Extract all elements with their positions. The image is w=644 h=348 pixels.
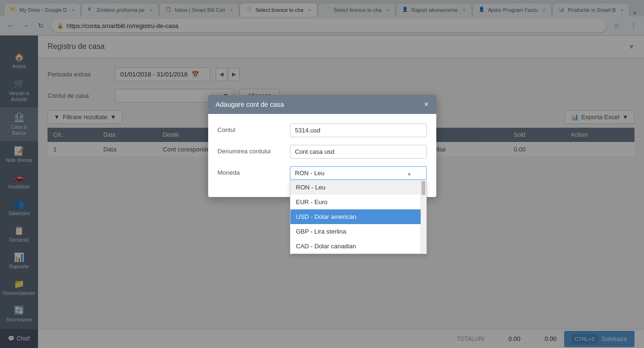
modal-contul-input[interactable] xyxy=(290,123,427,137)
modal-dialog: Adaugare cont de casa × Contul Denumirea… xyxy=(208,95,436,197)
modal-denumirea-field: Denumirea contului xyxy=(218,145,427,159)
moneda-select[interactable]: RON - Leu ▲ xyxy=(290,166,427,180)
modal-header: Adaugare cont de casa × xyxy=(208,95,436,114)
currency-option-eur[interactable]: EUR - Euro xyxy=(290,195,421,209)
moneda-select-wrapper: RON - Leu ▲ RON - Leu EUR - Euro USD - D… xyxy=(290,166,427,180)
moneda-selected-value: RON - Leu xyxy=(295,169,325,177)
modal-moneda-label: Moneda xyxy=(218,166,284,176)
dropdown-items: RON - Leu EUR - Euro USD - Dolar america… xyxy=(290,180,421,254)
modal-body: Contul Denumirea contului Moneda RON - L… xyxy=(208,114,436,197)
moneda-dropdown: RON - Leu EUR - Euro USD - Dolar america… xyxy=(290,180,427,254)
moneda-chevron-up: ▲ xyxy=(407,170,412,176)
modal-denumirea-label: Denumirea contului xyxy=(218,145,284,155)
scroll-thumb xyxy=(422,181,425,195)
modal-close-button[interactable]: × xyxy=(424,101,428,108)
modal-contul-field: Contul xyxy=(218,123,427,137)
currency-option-cad[interactable]: CAD - Dolar canadian xyxy=(290,239,421,254)
currency-option-gbp[interactable]: GBP - Lira sterlina xyxy=(290,224,421,239)
currency-option-ron[interactable]: RON - Leu xyxy=(290,180,421,195)
dropdown-scrollbar: RON - Leu EUR - Euro USD - Dolar america… xyxy=(290,180,426,254)
currency-option-usd[interactable]: USD - Dolar american xyxy=(290,209,421,224)
scroll-track[interactable] xyxy=(421,180,426,254)
modal-denumirea-input[interactable] xyxy=(290,145,427,159)
modal-contul-label: Contul xyxy=(218,123,284,133)
modal-moneda-field: Moneda RON - Leu ▲ RON - Leu EUR - Euro … xyxy=(218,166,427,180)
modal-title: Adaugare cont de casa xyxy=(216,101,284,108)
modal-overlay: Adaugare cont de casa × Contul Denumirea… xyxy=(0,0,644,348)
